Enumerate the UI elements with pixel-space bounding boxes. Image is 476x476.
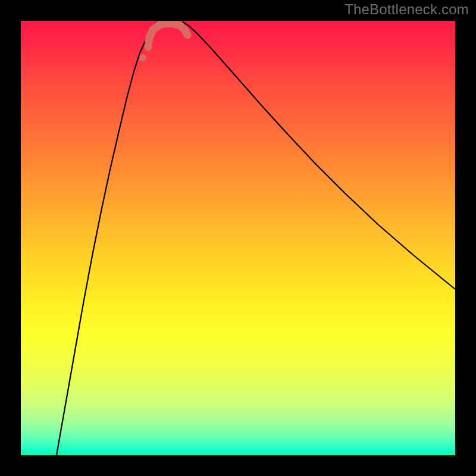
chart-frame: TheBottleneck.com	[0, 0, 476, 476]
series-right-curve	[183, 22, 455, 289]
watermark-text: TheBottleneck.com	[345, 1, 469, 18]
series-left-curve	[57, 22, 158, 455]
series-plateau-marker-dot-point	[139, 54, 146, 61]
curve-layer	[21, 21, 455, 455]
series-plateau-marker	[148, 23, 187, 47]
plot-area	[21, 21, 455, 455]
